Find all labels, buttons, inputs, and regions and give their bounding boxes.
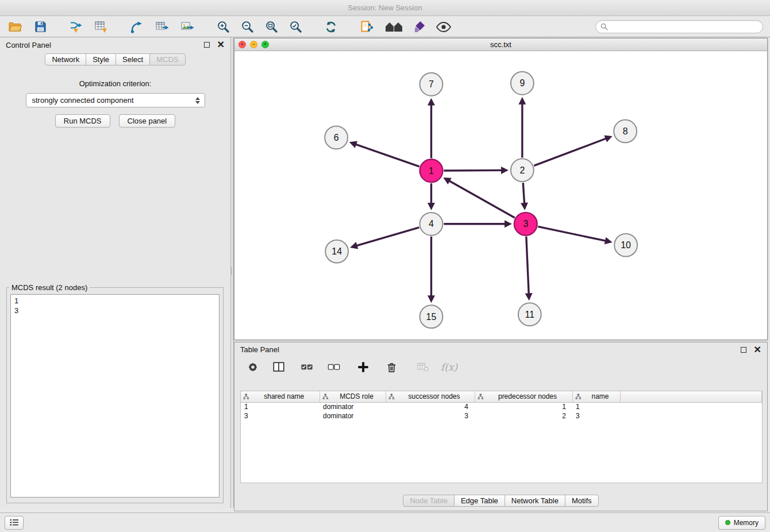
network-canvas[interactable]: 7968124314101511 — [234, 51, 767, 340]
table-tab-edge-table[interactable]: Edge Table — [454, 495, 505, 507]
apply-style-button[interactable] — [411, 19, 428, 35]
control-tab-style[interactable]: Style — [86, 53, 116, 65]
edge-3-to-11[interactable] — [525, 237, 533, 301]
select-all-button[interactable] — [299, 359, 315, 375]
table-cell[interactable]: 4 — [386, 402, 475, 411]
graph-node-9[interactable]: 9 — [511, 72, 534, 95]
table-cell[interactable]: 3 — [386, 411, 475, 421]
mcds-result-item[interactable]: 3 — [14, 306, 215, 315]
table-cell[interactable]: 1 — [241, 402, 319, 411]
edge-2-to-9[interactable] — [518, 97, 526, 158]
function-builder-button[interactable]: f(x) — [441, 361, 457, 373]
search-box[interactable] — [595, 20, 763, 33]
deselect-all-button[interactable] — [326, 359, 342, 375]
zoom-selected-icon — [289, 20, 302, 33]
table-cell[interactable]: 2 — [475, 411, 572, 421]
save-session-button[interactable] — [32, 19, 48, 35]
import-network-from-file-button[interactable] — [68, 19, 84, 35]
column-header-shared-name[interactable]: shared name — [241, 391, 319, 402]
memory-button[interactable]: Memory — [718, 516, 765, 530]
float-table-panel-icon[interactable] — [741, 347, 746, 353]
graph-node-15[interactable]: 15 — [420, 305, 443, 328]
show-panel-menu-button[interactable] — [5, 516, 24, 530]
close-table-panel-icon[interactable]: ✕ — [754, 346, 761, 354]
first-neighbors-button[interactable] — [384, 19, 403, 35]
edge-4-to-15[interactable] — [428, 237, 435, 303]
table-cell[interactable]: dominator — [319, 402, 386, 411]
copy-style-button[interactable] — [359, 19, 375, 35]
show-columns-button[interactable] — [271, 359, 287, 375]
table-settings-button[interactable] — [245, 359, 261, 375]
column-header-MCDS-role[interactable]: MCDS role — [319, 391, 386, 402]
minimize-window-button[interactable]: − — [250, 41, 257, 48]
network-graph[interactable]: 7968124314101511 — [234, 51, 767, 340]
edge-4-to-14[interactable] — [350, 228, 419, 249]
table-tab-motifs[interactable]: Motifs — [565, 495, 599, 507]
export-table-button[interactable] — [154, 19, 170, 35]
new-network-button[interactable] — [129, 19, 145, 35]
table-cell[interactable]: 3 — [572, 411, 620, 421]
close-window-button[interactable]: × — [238, 41, 246, 48]
search-icon — [600, 23, 608, 30]
table-tab-node-table[interactable]: Node Table — [403, 495, 455, 507]
zoom-in-button[interactable] — [215, 19, 231, 35]
close-panel-icon[interactable]: ✕ — [217, 41, 225, 49]
graph-node-3[interactable]: 3 — [514, 213, 537, 236]
mcds-result-item[interactable]: 1 — [14, 296, 215, 306]
graph-node-2[interactable]: 2 — [511, 159, 534, 182]
control-tab-network[interactable]: Network — [45, 53, 86, 65]
graph-node-11[interactable]: 11 — [518, 303, 541, 326]
graph-node-1[interactable]: 1 — [420, 159, 443, 182]
open-session-button[interactable] — [7, 19, 23, 35]
edge-3-to-1[interactable] — [443, 178, 514, 218]
graph-node-4[interactable]: 4 — [420, 213, 443, 236]
graph-node-8[interactable]: 8 — [614, 120, 637, 143]
table-row[interactable]: 1dominator411 — [241, 402, 762, 411]
table-cell[interactable]: 3 — [241, 411, 319, 421]
create-column-button[interactable] — [355, 359, 371, 375]
graph-node-14[interactable]: 14 — [325, 240, 348, 263]
edge-2-to-8[interactable] — [534, 135, 612, 165]
column-header-predecessor-nodes[interactable]: predecessor nodes — [475, 391, 572, 402]
show-graphics-details-button[interactable] — [436, 19, 452, 35]
edge-2-to-3[interactable] — [521, 183, 528, 210]
zoom-selected-button[interactable] — [287, 19, 303, 35]
float-panel-icon[interactable] — [204, 42, 210, 48]
optimization-select[interactable]: strongly connected component — [26, 93, 205, 107]
table-cell[interactable]: 1 — [475, 402, 572, 411]
column-header-name[interactable]: name — [572, 391, 620, 402]
graph-node-7[interactable]: 7 — [420, 73, 443, 96]
import-table-from-file-button[interactable] — [93, 19, 109, 35]
zoom-fit-button[interactable] — [263, 19, 279, 35]
svg-text:8: 8 — [623, 126, 628, 136]
export-image-button[interactable] — [179, 19, 195, 35]
control-tab-mcds[interactable]: MCDS — [149, 53, 185, 65]
edge-1-to-4[interactable] — [428, 183, 435, 210]
edge-1-to-6[interactable] — [349, 141, 419, 166]
zoom-out-button[interactable] — [239, 19, 255, 35]
graph-node-10[interactable]: 10 — [614, 234, 637, 257]
table-panel: Table Panel ✕ f(x) shared nameMCDS roles — [234, 342, 768, 511]
close-panel-button[interactable]: Close panel — [119, 114, 176, 128]
control-tab-select[interactable]: Select — [116, 53, 150, 65]
mcds-result-list[interactable]: 13 — [10, 294, 220, 498]
table-cell[interactable]: dominator — [319, 411, 386, 421]
column-header-successor-nodes[interactable]: successor nodes — [386, 391, 475, 402]
run-mcds-button[interactable]: Run MCDS — [55, 114, 110, 128]
maximize-window-button[interactable]: + — [261, 41, 269, 48]
table-tab-network-table[interactable]: Network Table — [505, 495, 565, 507]
control-panel-header: Control Panel ✕ — [0, 37, 230, 52]
search-input[interactable] — [611, 23, 758, 31]
delete-table-button[interactable] — [415, 359, 431, 375]
edge-1-to-7[interactable] — [428, 98, 435, 159]
edge-3-to-10[interactable] — [538, 226, 612, 244]
edge-4-to-3[interactable] — [444, 220, 512, 228]
mcds-result-group: MCDS result (2 nodes) 13 — [6, 283, 224, 503]
table-row[interactable]: 3dominator323 — [241, 411, 762, 421]
delete-column-button[interactable] — [383, 359, 399, 375]
edge-1-to-2[interactable] — [444, 167, 509, 174]
refresh-view-button[interactable] — [323, 19, 339, 35]
graph-node-6[interactable]: 6 — [325, 126, 348, 149]
table-cell[interactable]: 1 — [572, 402, 620, 411]
network-view-titlebar[interactable]: scc.txt × − + — [234, 38, 767, 51]
